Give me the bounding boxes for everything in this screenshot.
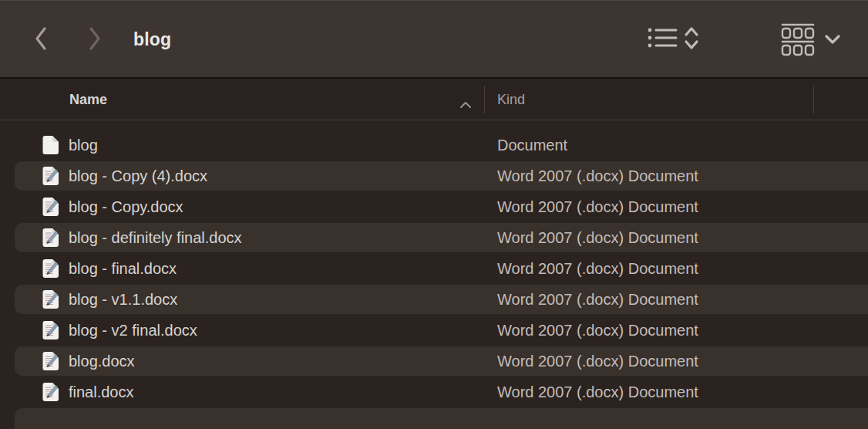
text-document-icon	[41, 258, 61, 279]
file-name: blog - Copy (4).docx	[69, 167, 207, 185]
file-row[interactable]: blog Document	[0, 130, 868, 160]
column-resize-handle[interactable]	[813, 86, 814, 113]
file-kind: Word 2007 (.docx) Document	[497, 229, 698, 247]
text-document-icon	[41, 382, 61, 402]
file-row[interactable]: blog - Copy.docx Word 2007 (.docx) Docum…	[0, 191, 868, 222]
file-kind: Word 2007 (.docx) Document	[497, 322, 698, 339]
window-title: blog	[133, 29, 171, 50]
file-name: blog	[69, 137, 98, 154]
empty-row-stripe	[0, 407, 868, 429]
grid-view-icon	[780, 47, 842, 59]
list-sort-icon	[644, 43, 703, 55]
column-resize-handle[interactable]	[484, 86, 485, 113]
file-kind: Word 2007 (.docx) Document	[497, 291, 698, 309]
file-kind: Word 2007 (.docx) Document	[497, 383, 698, 401]
sort-group-button[interactable]	[644, 23, 703, 55]
blank-document-icon	[41, 135, 61, 155]
file-row[interactable]: blog - definitely final.docx Word 2007 (…	[0, 222, 868, 253]
file-row[interactable]: blog - v1.1.docx Word 2007 (.docx) Docum…	[0, 284, 868, 315]
file-name: final.docx	[69, 383, 134, 401]
chevron-left-icon	[32, 26, 49, 51]
file-row[interactable]: final.docx Word 2007 (.docx) Document	[0, 377, 868, 407]
sort-ascending-icon	[459, 97, 472, 111]
file-row[interactable]: blog - Copy (4).docx Word 2007 (.docx) D…	[0, 160, 868, 191]
chevron-right-icon	[86, 26, 103, 51]
file-kind: Word 2007 (.docx) Document	[497, 167, 698, 185]
file-name: blog - v2 final.docx	[69, 322, 197, 339]
file-list: blog Document blog - Copy (4).docx Word …	[0, 120, 868, 429]
list-column-header: Name Kind	[0, 79, 868, 120]
file-kind: Word 2007 (.docx) Document	[497, 260, 698, 278]
forward-button[interactable]	[86, 26, 103, 51]
file-name: blog - final.docx	[69, 260, 177, 278]
view-options-button[interactable]	[780, 21, 842, 59]
text-document-icon	[41, 320, 61, 340]
finder-toolbar: blog	[0, 0, 868, 79]
file-kind: Document	[497, 137, 567, 154]
text-document-icon	[41, 351, 61, 371]
text-document-icon	[41, 228, 61, 248]
file-kind: Word 2007 (.docx) Document	[497, 353, 698, 370]
text-document-icon	[41, 197, 61, 217]
text-document-icon	[41, 289, 61, 309]
file-kind: Word 2007 (.docx) Document	[497, 198, 698, 216]
column-header-name[interactable]: Name	[69, 91, 107, 107]
file-row[interactable]: blog.docx Word 2007 (.docx) Document	[0, 346, 868, 377]
back-button[interactable]	[32, 26, 49, 51]
file-name: blog.docx	[69, 353, 135, 370]
column-header-kind[interactable]: Kind	[497, 91, 525, 107]
file-row[interactable]: blog - v2 final.docx Word 2007 (.docx) D…	[0, 315, 868, 346]
file-name: blog - v1.1.docx	[69, 291, 177, 309]
text-document-icon	[41, 166, 61, 186]
file-name: blog - definitely final.docx	[69, 229, 242, 247]
file-row[interactable]: blog - final.docx Word 2007 (.docx) Docu…	[0, 253, 868, 284]
file-name: blog - Copy.docx	[69, 198, 183, 216]
